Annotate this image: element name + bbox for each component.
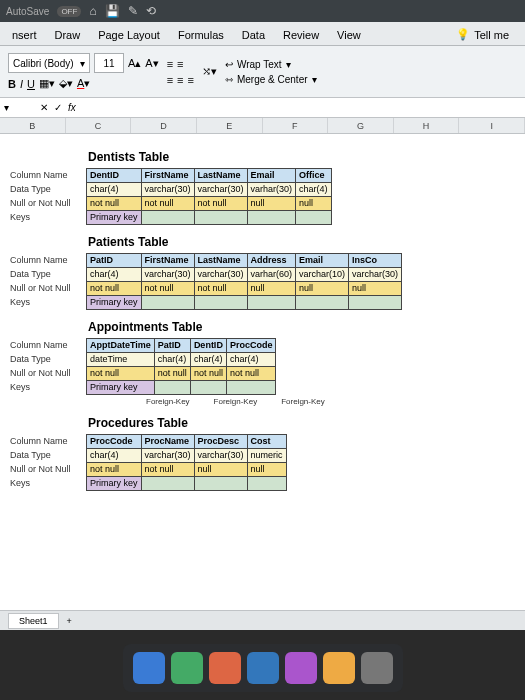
dock-app-icon[interactable] <box>171 652 203 684</box>
add-sheet-button[interactable]: + <box>67 616 72 626</box>
cell[interactable]: null <box>296 197 332 211</box>
cell[interactable] <box>247 296 296 310</box>
home-icon[interactable]: ⌂ <box>89 4 96 18</box>
col-head[interactable]: E <box>197 118 263 133</box>
cell[interactable]: ApptDateTime <box>87 339 155 353</box>
dock-app-icon[interactable] <box>361 652 393 684</box>
cell[interactable]: null <box>296 282 349 296</box>
cell[interactable]: InsCo <box>349 254 402 268</box>
cell[interactable]: varchar(30) <box>194 183 247 197</box>
cell[interactable] <box>296 211 332 225</box>
cell[interactable]: Primary key <box>87 477 142 491</box>
edit-icon[interactable]: ✎ <box>128 4 138 18</box>
cell[interactable] <box>296 296 349 310</box>
cell[interactable]: not null <box>141 282 194 296</box>
col-head[interactable]: F <box>263 118 329 133</box>
enter-icon[interactable]: ✓ <box>54 102 62 113</box>
tab-page-layout[interactable]: Page Layout <box>90 25 168 45</box>
cell[interactable]: Cost <box>247 435 286 449</box>
cell[interactable]: Email <box>247 169 296 183</box>
cell[interactable]: numeric <box>247 449 286 463</box>
cell[interactable]: not null <box>154 367 190 381</box>
cell[interactable]: null <box>349 282 402 296</box>
tab-draw[interactable]: Draw <box>46 25 88 45</box>
cell[interactable] <box>141 477 194 491</box>
cell[interactable] <box>194 477 247 491</box>
dock-app-icon[interactable] <box>209 652 241 684</box>
cell[interactable]: varchar(30) <box>141 449 194 463</box>
cell[interactable]: Primary key <box>87 381 155 395</box>
font-select[interactable]: Calibri (Body)▾ <box>8 53 90 73</box>
col-head[interactable]: D <box>131 118 197 133</box>
undo-icon[interactable]: ⟲ <box>146 4 156 18</box>
tab-review[interactable]: Review <box>275 25 327 45</box>
cell[interactable]: varhar(30) <box>247 183 296 197</box>
col-head[interactable]: G <box>328 118 394 133</box>
cell[interactable]: char(4) <box>87 183 142 197</box>
cancel-icon[interactable]: ✕ <box>40 102 48 113</box>
align-left-icon[interactable]: ≡ <box>167 74 173 86</box>
cell[interactable]: not null <box>87 282 142 296</box>
cell[interactable] <box>226 381 276 395</box>
cell[interactable]: Email <box>296 254 349 268</box>
cell[interactable]: Primary key <box>87 296 142 310</box>
align-center-icon[interactable]: ≡ <box>177 74 183 86</box>
col-head[interactable]: I <box>459 118 525 133</box>
cell[interactable]: not null <box>194 197 247 211</box>
cell[interactable]: FirstName <box>141 254 194 268</box>
col-head[interactable]: C <box>66 118 132 133</box>
cell[interactable]: ProcName <box>141 435 194 449</box>
cell[interactable] <box>194 296 247 310</box>
tell-me[interactable]: 💡Tell me <box>448 24 517 45</box>
cell[interactable]: ProcCode <box>87 435 142 449</box>
cell[interactable] <box>141 296 194 310</box>
cell[interactable]: char(4) <box>87 449 142 463</box>
align-middle-icon[interactable]: ≡ <box>177 58 183 70</box>
col-head[interactable]: H <box>394 118 460 133</box>
tab-data[interactable]: Data <box>234 25 273 45</box>
cell[interactable]: char(4) <box>87 268 142 282</box>
cell[interactable]: LastName <box>194 254 247 268</box>
cell[interactable]: varchar(10) <box>296 268 349 282</box>
cell[interactable]: FirstName <box>141 169 194 183</box>
cell[interactable]: not null <box>87 463 142 477</box>
fx-label[interactable]: fx <box>68 102 76 113</box>
cell[interactable] <box>141 211 194 225</box>
autosave-toggle[interactable]: OFF <box>57 6 81 17</box>
tab-formulas[interactable]: Formulas <box>170 25 232 45</box>
cell[interactable]: null <box>247 282 296 296</box>
cell[interactable] <box>247 477 286 491</box>
cell[interactable]: not null <box>141 197 194 211</box>
cell[interactable]: varchar(30) <box>141 183 194 197</box>
cell[interactable] <box>194 211 247 225</box>
cell[interactable]: not null <box>194 282 247 296</box>
cell[interactable]: varchar(30) <box>349 268 402 282</box>
cell[interactable]: char(4) <box>226 353 276 367</box>
tab-insert[interactable]: nsert <box>4 25 44 45</box>
cell[interactable]: varchar(30) <box>194 449 247 463</box>
name-box[interactable]: ▾ <box>4 102 34 113</box>
cell[interactable]: LastName <box>194 169 247 183</box>
cell[interactable]: char(4) <box>154 353 190 367</box>
cell[interactable]: ProcCode <box>226 339 276 353</box>
font-size-select[interactable]: 11 <box>94 53 124 73</box>
fill-color-button[interactable]: ⬙▾ <box>59 77 73 90</box>
align-top-icon[interactable]: ≡ <box>167 58 173 70</box>
merge-center-button[interactable]: ⇿Merge & Center ▾ <box>225 74 317 85</box>
dock-app-icon[interactable] <box>285 652 317 684</box>
cell[interactable]: DentID <box>190 339 226 353</box>
cell[interactable]: not null <box>226 367 276 381</box>
decrease-font-icon[interactable]: A▾ <box>145 57 158 70</box>
underline-button[interactable]: U <box>27 78 35 90</box>
cell[interactable]: varhar(60) <box>247 268 296 282</box>
cell[interactable]: null <box>247 463 286 477</box>
dock-app-icon[interactable] <box>133 652 165 684</box>
cell[interactable]: DentID <box>87 169 142 183</box>
cell[interactable] <box>154 381 190 395</box>
cell[interactable]: null <box>247 197 296 211</box>
cell[interactable]: not null <box>87 197 142 211</box>
save-icon[interactable]: 💾 <box>105 4 120 18</box>
cell[interactable]: not null <box>87 367 155 381</box>
cell[interactable] <box>349 296 402 310</box>
cell[interactable]: dateTime <box>87 353 155 367</box>
